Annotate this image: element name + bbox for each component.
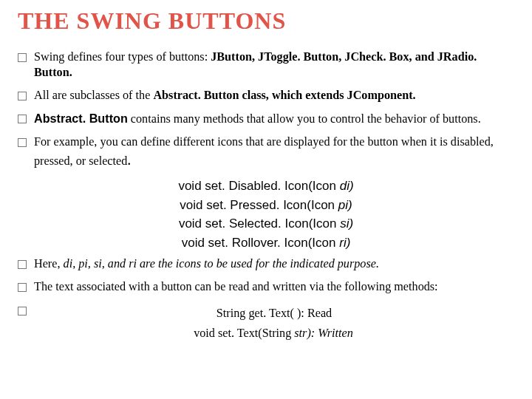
text-span: void set. Disabled. Icon(Icon (178, 179, 339, 193)
bullet-text: void set. Text(String str): Written (33, 326, 514, 341)
bullet-text: The text associated with a button can be… (34, 279, 514, 295)
text-span: Here, (34, 257, 64, 270)
text-italic: di, pi, si, and ri are the icons to be u… (64, 257, 379, 270)
bullet-text: Swing defines four types of buttons: JBu… (34, 50, 514, 81)
bullet-item: String get. Text( ): Read (18, 303, 514, 321)
text-span: For example, you can define different ic… (34, 135, 494, 168)
slide: THE SWING BUTTONS Swing defines four typ… (0, 0, 532, 399)
bullet-item: The text associated with a button can be… (18, 279, 514, 295)
bullet-text: For example, you can define different ic… (34, 134, 514, 169)
text-span: void set. Pressed. Icon(Icon (180, 198, 338, 212)
slide-title: THE SWING BUTTONS (18, 7, 514, 35)
method-list: void set. Disabled. Icon(Icon di) void s… (18, 177, 514, 252)
bullet-item: Here, di, pi, si, and ri are the icons t… (18, 256, 514, 272)
text-span: void set. Text(String (194, 327, 294, 340)
text-span: void set. Selected. Icon(Icon (179, 216, 340, 231)
method-line: void set. Rollover. Icon(Icon ri) (18, 233, 514, 253)
text-italic: di) (340, 179, 354, 193)
bullet-item: For example, you can define different ic… (18, 134, 514, 169)
bullet-marker-icon (18, 307, 27, 316)
bullet-text: All are subclasses of the Abstract. Butt… (34, 88, 514, 103)
text-span: contains many methods that allow you to … (128, 112, 481, 126)
bullet-marker-icon (18, 283, 27, 292)
bullet-spacer (18, 327, 25, 334)
bullet-marker-icon (18, 138, 27, 147)
bullet-text: Abstract. Button contains many methods t… (34, 111, 514, 127)
text-span: void set. Rollover. Icon(Icon (182, 236, 340, 250)
bullet-item: Abstract. Button contains many methods t… (18, 111, 514, 127)
bullet-text: String get. Text( ): Read (34, 306, 514, 321)
text-span: String get. Text( ): Read (216, 307, 332, 320)
text-span: Swing defines four types of buttons: (34, 50, 211, 64)
text-span: . (127, 151, 131, 168)
bullet-marker-icon (18, 92, 27, 100)
text-bold: Abstract. Button class, which extends JC… (153, 89, 415, 102)
method-line: void set. Selected. Icon(Icon si) (18, 214, 514, 233)
bullet-text: Here, di, pi, si, and ri are the icons t… (34, 256, 514, 272)
method-line: void set. Disabled. Icon(Icon di) (18, 177, 514, 196)
text-italic: str): Written (294, 327, 353, 340)
text-italic: pi) (338, 198, 352, 212)
bullet-item: All are subclasses of the Abstract. Butt… (18, 88, 514, 103)
text-span: All are subclasses of the (34, 89, 153, 102)
bullet-list: Swing defines four types of buttons: JBu… (18, 50, 514, 341)
bullet-marker-icon (18, 260, 27, 269)
text-italic: si) (340, 216, 353, 231)
bullet-marker-icon (18, 53, 27, 62)
bullet-item: Swing defines four types of buttons: JBu… (18, 50, 514, 81)
method-line: void set. Pressed. Icon(Icon pi) (18, 196, 514, 215)
text-italic: ri) (339, 236, 350, 250)
text-bold: Abstract. Button (34, 112, 128, 125)
bullet-marker-icon (18, 115, 27, 123)
bullet-item: void set. Text(String str): Written (18, 323, 514, 341)
